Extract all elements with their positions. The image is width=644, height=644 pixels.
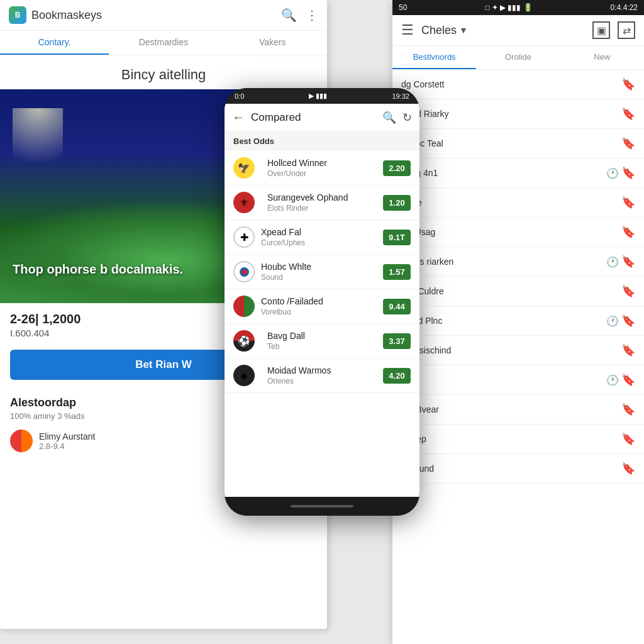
right-list-item[interactable]: get Bvear 🔖 bbox=[392, 395, 644, 425]
phone-header-icons: 🔍 ↻ bbox=[382, 111, 412, 125]
bookmark-icon: 🔖 bbox=[621, 255, 635, 269]
tab-contary[interactable]: Contary. bbox=[0, 31, 109, 55]
bookmark-icon: 🔖 bbox=[621, 432, 635, 446]
right-list-item[interactable]: rrited Riarky 🔖 bbox=[392, 99, 644, 129]
right-list-item[interactable]: ami Culdre 🔖 bbox=[392, 277, 644, 306]
phone-status-bar: 0:0 ▶ ▮▮▮ 19:32 bbox=[225, 88, 419, 104]
team-logo: ⚽ bbox=[233, 330, 261, 352]
item-sub: Sound bbox=[261, 273, 383, 282]
right-list: dg Corstett 🔖 rrited Riarky 🔖 lontoc Tea… bbox=[392, 70, 644, 638]
center-phone: 0:0 ▶ ▮▮▮ 19:32 ← Compared 🔍 ↻ Best Odds… bbox=[225, 88, 419, 516]
bookmark-icon: 🔖 bbox=[621, 166, 635, 180]
overlay-text-content: Thop ophorse b docalmakis. bbox=[13, 262, 183, 276]
team-logo: 🦅 bbox=[233, 157, 261, 179]
status-time: 0:4.4:22 bbox=[611, 3, 638, 12]
odds-badge: 9.44 bbox=[383, 299, 411, 314]
right-list-item[interactable]: ldlesund 🔖 bbox=[392, 454, 644, 484]
payment-info: Elimy Aurstant 2.8-9.4 bbox=[39, 431, 95, 451]
app-icon: B bbox=[9, 6, 26, 24]
right-item-name: TY Usag bbox=[401, 227, 621, 237]
bookmark-icon: 🔖 bbox=[621, 225, 635, 239]
right-list-item[interactable]: dg Corstett 🔖 bbox=[392, 70, 644, 99]
hamburger-icon[interactable]: ☰ bbox=[401, 22, 414, 38]
item-sub: Elots Rinder bbox=[267, 204, 383, 213]
grid-icon[interactable]: ▣ bbox=[592, 21, 610, 39]
phone-list-item[interactable]: Houbc Whlte Sound 1.57 bbox=[225, 255, 419, 289]
app-icon-text: B bbox=[15, 11, 21, 19]
right-item-name: ings bbox=[401, 375, 606, 385]
tab-orolide[interactable]: Orolide bbox=[476, 46, 560, 69]
bookmark-icon: 🔖 bbox=[621, 462, 635, 475]
back-arrow-icon[interactable]: ← bbox=[232, 110, 245, 125]
item-name: Surangevek Ophand bbox=[267, 192, 383, 203]
item-info: Houbc Whlte Sound bbox=[261, 262, 383, 282]
tab-vakers[interactable]: Vakers bbox=[218, 31, 327, 55]
right-item-name: luded Plnc bbox=[401, 316, 606, 326]
payment-amount: 2.8-9.4 bbox=[39, 441, 95, 451]
stadium-overlay-text: Thop ophorse b docalmakis. bbox=[13, 260, 183, 278]
odds-badge: 9.1T bbox=[383, 230, 411, 245]
right-list-item[interactable]: lovife 🔖 bbox=[392, 188, 644, 218]
right-list-item[interactable]: TY Usag 🔖 bbox=[392, 218, 644, 247]
right-top-bar: ☰ Cheles ▼ ▣ ⇄ bbox=[392, 15, 644, 46]
right-item-name: ami Culdre bbox=[401, 286, 621, 296]
item-sub: Teb bbox=[267, 342, 383, 351]
item-info: Conto /Failaded Vorelbuα bbox=[261, 296, 383, 316]
item-name: Conto /Failaded bbox=[261, 296, 383, 306]
phone-list-item[interactable]: 🦅 Hollced Winner Over/Under 2.20 bbox=[225, 151, 419, 186]
right-tabs: Bestlvnords Orolide New bbox=[392, 46, 644, 70]
phone-title: Compared bbox=[251, 111, 382, 124]
section-title: Bincy aitelling bbox=[0, 55, 327, 89]
item-name: Hollced Winner bbox=[267, 158, 383, 168]
phone-search-icon[interactable]: 🔍 bbox=[382, 111, 396, 125]
tab-destmardies[interactable]: Destmardies bbox=[109, 31, 218, 55]
right-list-item[interactable]: gnolis riarken 🕐 🔖 bbox=[392, 247, 644, 277]
tab-new[interactable]: New bbox=[560, 46, 644, 69]
more-icon[interactable]: ⋮ bbox=[306, 8, 318, 23]
right-list-item[interactable]: e Besischind 🔖 bbox=[392, 336, 644, 365]
right-list-item[interactable]: ings 🕐 🔖 bbox=[392, 365, 644, 395]
phone-status-right: 19:32 bbox=[392, 92, 409, 100]
team-logo: ◈ bbox=[233, 365, 261, 386]
left-tabs: Contary. Destmardies Vakers bbox=[0, 31, 327, 55]
bookmark-icon: 🔖 bbox=[621, 343, 635, 357]
tab-bestlvnords[interactable]: Bestlvnords bbox=[392, 46, 476, 69]
right-item-name: rrited Riarky bbox=[401, 109, 621, 119]
clock-icon: 🕐 bbox=[606, 256, 619, 268]
team-logo: ⚜ bbox=[233, 192, 261, 213]
dropdown-arrow-icon[interactable]: ▼ bbox=[459, 25, 468, 35]
item-info: Hollced Winner Over/Under bbox=[267, 158, 383, 178]
right-list-item[interactable]: lontoc Teal 🔖 bbox=[392, 129, 644, 158]
phone-refresh-icon[interactable]: ↻ bbox=[402, 111, 412, 125]
phone-list-item[interactable]: Conto /Failaded Vorelbuα 9.44 bbox=[225, 289, 419, 324]
phone-list-item[interactable]: ✚ Xpead Fal Curce/Uphes 9.1T bbox=[225, 220, 419, 255]
phone-list-item[interactable]: ⚽ Bavg Dall Teb 3.37 bbox=[225, 324, 419, 358]
right-status-bar: 50 □ ✦ ▶ ▮▮▮ 🔋 0:4.4:22 bbox=[392, 0, 644, 15]
bookmark-icon: 🔖 bbox=[621, 284, 635, 298]
odds-badge: 4.20 bbox=[383, 368, 411, 384]
odds-badge: 1.57 bbox=[383, 264, 411, 280]
phone-status-left: 0:0 bbox=[235, 92, 244, 100]
item-info: Xpead Fal Curce/Uphes bbox=[261, 227, 383, 247]
transfer-icon[interactable]: ⇄ bbox=[618, 21, 635, 39]
phone-list-item[interactable]: ◈ Moidad Warmos Orienes 4.20 bbox=[225, 358, 419, 393]
phone-list-item[interactable]: ⚜ Surangevek Ophand Elots Rinder 1.20 bbox=[225, 186, 419, 220]
clock-icon: 🕐 bbox=[606, 315, 619, 327]
right-item-name: lovife bbox=[401, 197, 621, 208]
odds-badge: 2.20 bbox=[383, 160, 411, 176]
odds-badge: 1.20 bbox=[383, 195, 411, 211]
right-panel: 50 □ ✦ ▶ ▮▮▮ 🔋 0:4.4:22 ☰ Cheles ▼ ▣ ⇄ B… bbox=[392, 0, 644, 644]
phone-list: 🦅 Hollced Winner Over/Under 2.20 ⚜ Suran… bbox=[225, 151, 419, 497]
right-list-item[interactable]: luded Plnc 🕐 🔖 bbox=[392, 306, 644, 336]
phone-header: ← Compared 🔍 ↻ bbox=[225, 104, 419, 131]
item-sub: Vorelbuα bbox=[261, 308, 383, 316]
top-bar-icons: 🔍 ⋮ bbox=[281, 8, 318, 23]
status-left: 50 bbox=[399, 3, 407, 12]
right-item-name: ldlesund bbox=[401, 464, 621, 474]
right-list-item[interactable]: d arep 🔖 bbox=[392, 425, 644, 454]
team-logo: ✚ bbox=[233, 226, 255, 248]
right-list-item[interactable]: rning 4n1 🕐 🔖 bbox=[392, 158, 644, 188]
status-icons: □ ✦ ▶ ▮▮▮ 🔋 bbox=[485, 3, 533, 12]
item-info: Moidad Warmos Orienes bbox=[267, 365, 383, 386]
search-icon[interactable]: 🔍 bbox=[281, 8, 297, 23]
